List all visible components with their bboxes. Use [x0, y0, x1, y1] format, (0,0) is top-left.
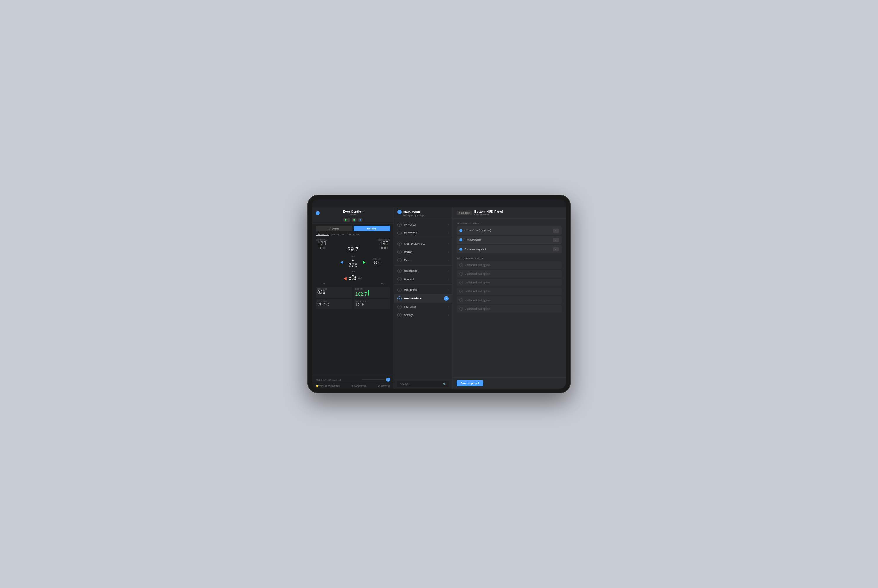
- dot-blue: [360, 219, 361, 220]
- eta-action-icon: ≡: [555, 239, 557, 241]
- hdg-block: HDG (°) AIS 036: [316, 287, 353, 298]
- submenu-item-3[interactable]: Submenu item: [347, 233, 360, 236]
- search-icon: 🔍: [443, 382, 446, 386]
- region-arrow: ›: [448, 250, 449, 254]
- inactive-item-2[interactable]: + Additional hud option: [456, 270, 562, 278]
- nav-favourites[interactable]: ★ Favourites: [351, 385, 366, 387]
- chart-prefs-label: Chart Preferences: [404, 242, 448, 245]
- eta-waypoint-label: ETA waypoint: [465, 238, 553, 242]
- my-voyage-arrow: ›: [448, 231, 449, 234]
- hud-item-eta-waypoint[interactable]: ETA waypoint ≡: [456, 236, 562, 244]
- user-profile-icon: ○: [398, 288, 402, 292]
- sog-block: SOG (kts) AIS 12.6: [354, 299, 390, 309]
- right-footer: Save as preset: [452, 377, 566, 389]
- vessel-name: Ever Gentle+: [320, 210, 386, 213]
- region-icon: ◎: [398, 250, 402, 254]
- distance-waypoint-dot: [459, 248, 462, 251]
- section-sep: [456, 255, 562, 256]
- tab-voyaging[interactable]: Voyaging: [316, 226, 353, 231]
- inactive-item-3[interactable]: + Additional hud option: [456, 279, 562, 286]
- cross-track-action[interactable]: ≡: [553, 228, 559, 232]
- hud-item-distance-waypoint[interactable]: Distance waypoint ≡: [456, 245, 562, 254]
- menu-item-favourites[interactable]: ☆ Favourites ›: [394, 303, 452, 311]
- inactive-item-1[interactable]: + Additional hud option: [456, 261, 562, 269]
- connect-arrow: ›: [448, 278, 449, 280]
- menu-item-settings[interactable]: ⚙ Settings ›: [394, 311, 452, 319]
- dist-stbd-value: 195: [378, 241, 390, 246]
- inactive-item-6[interactable]: + Additional hud option: [456, 305, 562, 313]
- menu-item-my-voyage[interactable]: ○ My Voyage ›: [394, 229, 452, 237]
- submenu-item-1[interactable]: Submenu item: [316, 233, 329, 236]
- menu-item-user-interface[interactable]: ● User Interface ›: [394, 294, 452, 303]
- vessel-icon: [316, 211, 320, 215]
- bar4: [323, 247, 324, 249]
- user-interface-icon: ●: [398, 296, 402, 300]
- save-preset-button[interactable]: Save as preset: [456, 380, 483, 386]
- hud-item-cross-track[interactable]: Cross track (??) (XTN) ≡: [456, 226, 562, 235]
- user-interface-arrow: ›: [444, 296, 449, 301]
- dist-port-block: DIST PORT (m) 128: [316, 239, 328, 249]
- recordings-icon: ◎: [398, 269, 402, 273]
- search-input[interactable]: [400, 383, 442, 386]
- menu-item-my-vessel[interactable]: ○ My Vessel ›: [394, 220, 452, 229]
- back-btn-label: < Go back: [459, 212, 470, 214]
- chart-prefs-arrow: ›: [448, 242, 449, 245]
- search-input-wrap[interactable]: 🔍: [398, 381, 449, 387]
- middle-panel: Main Menu App & journey settings ○ My Ve…: [394, 207, 452, 389]
- menu-item-connect[interactable]: ○ Connect ›: [394, 275, 452, 283]
- favourites-label: Favourites: [404, 305, 448, 308]
- plus-icon-6: +: [459, 307, 463, 310]
- menu-item-user-profile[interactable]: ○ User profile ›: [394, 286, 452, 294]
- connect-label: Connect: [404, 278, 448, 280]
- inactive-section-label: INACTIVE HUD FIELDS: [456, 258, 562, 260]
- notif-badge: 1: [386, 378, 390, 382]
- speed-val: 29.7: [347, 246, 359, 253]
- menu-item-recordings[interactable]: ◎ Recordings ›: [394, 267, 452, 275]
- menu-item-mode[interactable]: ○ Mode ›: [394, 256, 452, 264]
- menu-divider-3: [394, 284, 452, 285]
- nav-voyage-label: Voyage Favourites: [320, 385, 340, 387]
- tab-docking[interactable]: Docking: [354, 226, 390, 231]
- arrow-down-icon: ▼: [347, 273, 359, 278]
- vessel-subtitle: Hawes: [320, 213, 386, 216]
- favourites-arrow: ›: [448, 305, 449, 308]
- chart-prefs-icon: ◎: [398, 242, 402, 246]
- submenu-row: Submenu item Submenu item Submenu item: [312, 233, 394, 237]
- tablet-frame: Ever Gentle+ Hawes ●: [308, 195, 570, 393]
- dot-green2: [353, 219, 355, 220]
- menu-item-chart-prefs[interactable]: ◎ Chart Preferences ›: [394, 240, 452, 248]
- top-bar: [312, 199, 566, 207]
- mode-arrow: ›: [448, 259, 449, 261]
- rot-val: 102.7: [356, 292, 367, 297]
- bottom-nav: ⭐ Voyage Favourites ★ Favourites ⚙ Setti…: [312, 383, 394, 389]
- menu-item-region[interactable]: ◎ Region ›: [394, 248, 452, 256]
- hud-bottom-section-label: HUD BOTTOM PANEL: [456, 223, 562, 225]
- progress-bar-row: ●: [316, 218, 390, 222]
- vessel-header: Ever Gentle+ Hawes ●: [312, 207, 394, 224]
- nav-settings[interactable]: ⚙ Settings: [378, 385, 390, 387]
- dist-port-value: 128: [316, 241, 328, 246]
- heading-label: ANGLE (°): [372, 258, 381, 260]
- cog-block: COG (°) AIS 297.0: [316, 299, 353, 309]
- inactive-item-4[interactable]: + Additional hud option: [456, 288, 562, 295]
- eta-waypoint-action[interactable]: ≡: [553, 238, 559, 242]
- progress-pill-3: [358, 218, 363, 222]
- dot-green: [345, 219, 346, 220]
- plus-icon-1: +: [459, 263, 463, 267]
- mode-icon: ○: [398, 258, 402, 262]
- bar2: [320, 247, 321, 249]
- distance-waypoint-action[interactable]: ≡: [553, 247, 559, 251]
- inactive-item-5[interactable]: + Additional hud option: [456, 296, 562, 304]
- nav-fav-label: Favourites: [354, 385, 366, 387]
- menu-divider-1: [394, 238, 452, 238]
- arrow-right-icon: ▶: [363, 260, 366, 264]
- submenu-item-2[interactable]: Submenu item: [331, 233, 344, 236]
- settings-label: Settings: [404, 314, 448, 316]
- user-profile-label: User profile: [404, 288, 448, 291]
- my-vessel-label: My Vessel: [404, 223, 448, 226]
- nav-voyage-favourites[interactable]: ⭐ Voyage Favourites: [316, 385, 340, 387]
- eta-waypoint-dot: [459, 238, 462, 242]
- my-voyage-label: My Voyage: [404, 231, 448, 234]
- arrow-up-icon: ▲: [347, 258, 359, 262]
- back-button[interactable]: < Go back: [456, 211, 472, 215]
